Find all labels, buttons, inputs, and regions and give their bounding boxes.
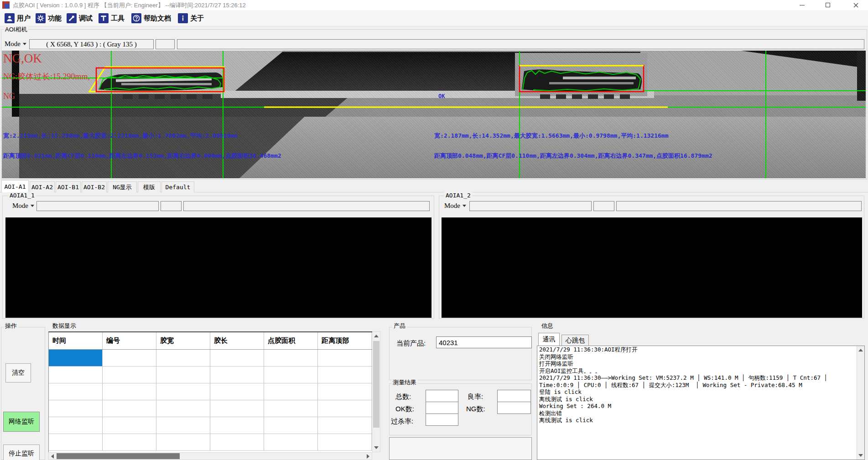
scrollbar-thumb[interactable] bbox=[57, 453, 180, 459]
camera-mode-label: Mode bbox=[5, 40, 21, 48]
toolbar-button-user[interactable]: 用户 bbox=[3, 12, 32, 25]
log-output[interactable]: 2021/7/29 11:36:30:AOI程序打开 关闭网络监听 打开网络监听… bbox=[537, 346, 865, 460]
scroll-down-icon[interactable] bbox=[858, 454, 863, 457]
log-line: 开启AOI监控工具。。。 bbox=[537, 367, 864, 375]
column-header[interactable]: 胶宽 bbox=[156, 332, 210, 349]
panel-left-field-3 bbox=[183, 201, 430, 211]
overlay-left-measure-1: 宽:2.215mm,长:15.290mm,最大胶宽:2.2218mm,最小:1.… bbox=[3, 132, 238, 140]
tab-aoi-b1[interactable]: AOI-B1 bbox=[56, 181, 81, 192]
ok-count-field bbox=[426, 402, 458, 414]
tab-default[interactable]: Default bbox=[161, 181, 194, 192]
title-bar: 点胶AOI [ Version : 1.0.0.9 ] 程序 【当前用户: En… bbox=[0, 0, 868, 10]
selected-cell[interactable] bbox=[49, 350, 103, 366]
table-row[interactable] bbox=[49, 400, 372, 417]
clear-button[interactable]: 清空 bbox=[5, 363, 31, 382]
overlay-right-measure-1: 宽:2.187mm,长:14.352mm,最大胶宽:1.5663mm,最小:0.… bbox=[434, 132, 669, 140]
toolbar-button-debug[interactable]: 调试 bbox=[65, 12, 94, 25]
current-product-label: 当前产品: bbox=[396, 339, 426, 348]
maximize-icon bbox=[826, 3, 830, 7]
gear-icon bbox=[36, 13, 46, 23]
results-group-label: 测量结果 bbox=[391, 378, 418, 387]
network-listen-button[interactable]: 网络监听 bbox=[3, 412, 40, 432]
column-header[interactable]: 编号 bbox=[103, 332, 156, 349]
panel-right-field-3 bbox=[616, 201, 862, 211]
close-icon bbox=[853, 3, 858, 8]
tab-aoi-b2[interactable]: AOI-B2 bbox=[82, 181, 107, 192]
total-value-field bbox=[426, 390, 458, 402]
panel-right-image-view[interactable] bbox=[442, 217, 862, 318]
scroll-up-icon[interactable] bbox=[858, 349, 863, 351]
column-header[interactable]: 时间 bbox=[49, 332, 103, 349]
column-header[interactable]: 距离顶部 bbox=[318, 332, 372, 349]
maximize-button[interactable] bbox=[817, 0, 838, 10]
stop-listen-button[interactable]: 停止监听 bbox=[3, 444, 40, 460]
toolbar-label: 用户 bbox=[17, 14, 31, 23]
column-header[interactable]: 胶长 bbox=[210, 332, 264, 349]
current-product-input[interactable] bbox=[436, 336, 532, 348]
overkill-field bbox=[426, 413, 458, 426]
toolbar-button-function[interactable]: 功能 bbox=[34, 12, 63, 25]
log-line: 登陆 is click bbox=[537, 388, 864, 396]
log-line: 离线测试 is click bbox=[537, 417, 864, 424]
scroll-up-icon[interactable] bbox=[374, 335, 379, 337]
column-header[interactable]: 点胶面积 bbox=[264, 332, 318, 349]
log-line: 2021/7/29 11:36:30——>Working Set: VM:523… bbox=[537, 374, 864, 382]
camera-field-small bbox=[156, 39, 175, 49]
tab-aoi-a1[interactable]: AOI-A1 bbox=[1, 180, 29, 192]
product-group-box bbox=[389, 327, 532, 380]
tab-template[interactable]: 模版 bbox=[138, 181, 161, 192]
scroll-down-icon[interactable] bbox=[374, 446, 379, 449]
window-title: 点胶AOI [ Version : 1.0.0.9 ] 程序 【当前用户: En… bbox=[13, 1, 246, 10]
table-horizontal-scrollbar[interactable] bbox=[48, 452, 372, 460]
camera-image-view[interactable]: NG,OK NG:胶体过长:15.290mm, NG OK 宽:2.215mm,… bbox=[2, 51, 866, 178]
toolbar-button-about[interactable]: 关于 bbox=[176, 12, 206, 25]
toolbar-button-tools[interactable]: 工具 bbox=[97, 12, 126, 25]
toolbar-label: 帮助文档 bbox=[144, 14, 171, 23]
scroll-right-icon[interactable] bbox=[367, 454, 369, 459]
operations-group-box bbox=[1, 327, 45, 460]
table-row[interactable] bbox=[49, 417, 372, 434]
overlay-left-measure-2: 距离顶部0.021mm,距离CF层0.110mm,距离左边界0.153mm,距离… bbox=[3, 152, 281, 160]
panel-right-field-2 bbox=[593, 201, 614, 211]
table-row[interactable] bbox=[49, 383, 372, 400]
tab-heartbeat[interactable]: 心跳包 bbox=[561, 335, 589, 346]
panel-left-mode-label: Mode bbox=[12, 202, 28, 210]
tab-aoi-a2[interactable]: AOI-A2 bbox=[30, 181, 55, 192]
ng-count-label: NG数: bbox=[466, 405, 485, 413]
table-row[interactable] bbox=[49, 434, 372, 451]
scrollbar-thumb[interactable] bbox=[373, 341, 379, 428]
chevron-down-icon bbox=[463, 205, 466, 207]
overlay-ng-reason: NG:胶体过长:15.290mm, bbox=[3, 71, 90, 82]
main-toolbar: 用户 功能 调试 工具 帮助文档 关于 bbox=[0, 10, 868, 26]
minimize-button[interactable] bbox=[791, 0, 812, 10]
toolbar-button-help[interactable]: 帮助文档 bbox=[130, 12, 173, 25]
panel-left-image-view[interactable] bbox=[5, 217, 431, 318]
ng-count-field bbox=[497, 402, 531, 414]
chevron-down-icon bbox=[31, 205, 34, 207]
close-button[interactable] bbox=[845, 0, 866, 10]
scroll-left-icon[interactable] bbox=[51, 454, 54, 459]
log-line: 离线测试 is click bbox=[537, 396, 864, 403]
panel-left-mode-dropdown[interactable]: Mode bbox=[11, 201, 35, 211]
tab-comm[interactable]: 通讯 bbox=[538, 333, 560, 346]
panel-right-group-label: AOIA1_2 bbox=[444, 192, 472, 199]
panel-right-mode-label: Mode bbox=[444, 202, 460, 210]
chevron-down-icon bbox=[23, 43, 26, 45]
camera-position-readout: ( X 6568, Y 1463 ) : ( Gray 135 ) bbox=[29, 39, 154, 49]
log-line: 检测出错 bbox=[537, 410, 864, 417]
info-group-label: 信息 bbox=[540, 322, 555, 330]
tab-ng-display[interactable]: NG显示 bbox=[108, 181, 137, 192]
panel-right-mode-dropdown[interactable]: Mode bbox=[443, 201, 467, 211]
wrench-icon bbox=[67, 13, 77, 23]
overlay-ng-label: NG bbox=[3, 92, 15, 101]
product-note-box bbox=[389, 437, 532, 460]
data-table[interactable]: 时间 编号 胶宽 胶长 点胶面积 距离顶部 bbox=[48, 331, 372, 452]
table-row[interactable] bbox=[49, 367, 372, 383]
operations-group-label: 操作 bbox=[4, 322, 18, 330]
overlay-ok-label: OK bbox=[438, 93, 445, 99]
camera-mode-dropdown[interactable]: Mode bbox=[4, 39, 27, 49]
toolbar-label: 功能 bbox=[48, 14, 62, 23]
table-row[interactable] bbox=[49, 350, 372, 367]
log-vertical-scrollbar[interactable] bbox=[857, 346, 864, 460]
table-vertical-scrollbar[interactable] bbox=[372, 331, 380, 452]
